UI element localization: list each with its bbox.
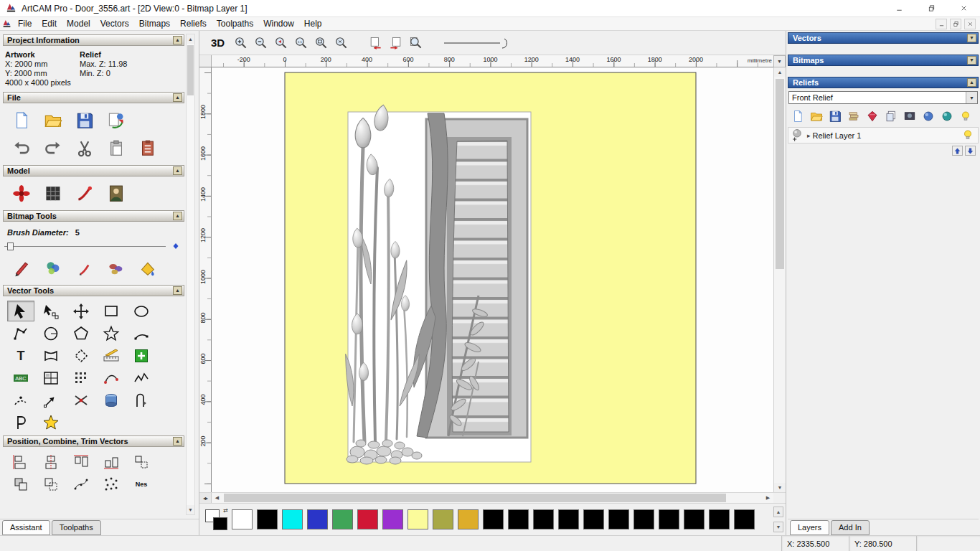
page-right-icon[interactable] xyxy=(386,34,405,52)
menu-reliefs[interactable]: Reliefs xyxy=(175,17,212,30)
combine-boxes-icon[interactable] xyxy=(7,474,34,494)
scrollbar-thumb[interactable] xyxy=(224,494,726,502)
flood-fill-icon[interactable] xyxy=(135,256,161,280)
relief-open-icon[interactable] xyxy=(808,108,825,124)
tab-assistant[interactable]: Assistant xyxy=(2,520,50,535)
secondary-color-swatch[interactable] xyxy=(213,517,227,530)
draw-pencil-icon[interactable] xyxy=(72,256,98,280)
menu-edit[interactable]: Edit xyxy=(37,17,62,30)
color-swatch[interactable] xyxy=(332,509,353,529)
cut-icon[interactable] xyxy=(72,136,98,160)
color-swatch[interactable] xyxy=(458,509,479,529)
set-model-size-icon[interactable] xyxy=(9,182,34,205)
zoom-selected-icon[interactable] xyxy=(331,34,350,52)
chevron-down-icon[interactable]: ▼ xyxy=(966,92,977,103)
transform-vectors-icon[interactable] xyxy=(67,301,95,321)
horizontal-scrollbar[interactable]: ◀ ▶ xyxy=(212,493,773,503)
create-star-outline-icon[interactable] xyxy=(98,323,125,344)
triangle-right-icon[interactable]: ▸ xyxy=(807,132,811,139)
pane-splitter[interactable]: ◂▸ xyxy=(199,493,212,503)
menu-vectors[interactable]: Vectors xyxy=(95,17,134,30)
sculpting-icon[interactable] xyxy=(72,182,98,205)
create-star-icon[interactable] xyxy=(37,412,65,433)
palette-up-icon[interactable]: ▲ xyxy=(773,507,783,517)
paint-selective-icon[interactable] xyxy=(103,256,129,280)
color-swatch[interactable] xyxy=(659,509,679,529)
text-on-curve-icon[interactable]: ABC xyxy=(7,367,34,388)
paint-brush-icon[interactable] xyxy=(9,256,34,280)
relief-layer-row[interactable]: ▸ Relief Layer 1 xyxy=(788,127,979,143)
relief-sphere-icon[interactable] xyxy=(920,108,937,124)
collapse-section-button[interactable]: ▲ xyxy=(173,437,182,446)
nesting-icon[interactable]: Nes xyxy=(128,474,155,494)
freehand-draw-icon[interactable] xyxy=(128,367,155,388)
collapse-section-button[interactable]: ▲ xyxy=(173,166,182,175)
color-swatch[interactable] xyxy=(709,509,730,529)
extrude-icon[interactable] xyxy=(98,390,125,410)
collapse-section-button[interactable]: ▲ xyxy=(173,212,182,220)
snap-diamond-icon[interactable] xyxy=(67,345,95,366)
color-swatch[interactable] xyxy=(734,509,755,529)
arc-fit-icon[interactable] xyxy=(7,390,34,410)
layer-ball-icon[interactable] xyxy=(791,128,805,143)
door-artwork[interactable] xyxy=(212,67,773,492)
scroll-down-icon[interactable]: ▼ xyxy=(187,505,194,514)
zoom-in-icon[interactable] xyxy=(231,34,250,52)
bezier-edit-icon[interactable] xyxy=(98,367,125,388)
record-macro-icon[interactable] xyxy=(135,136,161,160)
align-left-boxes-icon[interactable] xyxy=(7,451,34,472)
viewport[interactable] xyxy=(212,67,773,492)
scrollbar-thumb[interactable] xyxy=(187,45,194,95)
create-rectangle-icon[interactable] xyxy=(98,301,125,321)
maximize-button[interactable] xyxy=(915,0,948,17)
mdi-minimize-button[interactable] xyxy=(936,19,947,29)
menu-file[interactable]: File xyxy=(13,17,37,30)
zoom-page-icon[interactable] xyxy=(406,34,425,52)
node-arrow-icon[interactable] xyxy=(37,390,65,410)
move-layer-down-button[interactable] xyxy=(965,146,976,156)
scrollbar-thumb[interactable] xyxy=(776,79,784,269)
import-model-icon[interactable] xyxy=(103,108,129,132)
relief-save-icon[interactable] xyxy=(826,108,844,124)
color-swatch[interactable] xyxy=(633,509,654,529)
select-vectors-icon[interactable] xyxy=(7,301,34,321)
color-swatch[interactable] xyxy=(508,509,529,529)
view-3d-button[interactable]: 3D xyxy=(207,35,229,50)
menu-window[interactable]: Window xyxy=(258,17,299,30)
color-swatch[interactable] xyxy=(558,509,579,529)
align-top-boxes-icon[interactable] xyxy=(67,451,95,472)
collapse-section-button[interactable]: ▲ xyxy=(967,78,976,87)
create-circle-icon[interactable] xyxy=(37,323,65,344)
relief-gem-icon[interactable] xyxy=(864,108,881,124)
trim-vectors-icon[interactable] xyxy=(67,390,95,410)
color-swatch[interactable] xyxy=(357,509,378,529)
collapse-section-button[interactable]: ▲ xyxy=(173,93,182,102)
swap-colors-icon[interactable]: ⇄ xyxy=(223,507,228,514)
collapse-section-button[interactable]: ▲ xyxy=(173,286,182,295)
create-polygon-icon[interactable] xyxy=(67,323,95,344)
tab-toolpaths[interactable]: Toolpaths xyxy=(52,520,101,535)
color-swatch[interactable] xyxy=(282,509,303,529)
node-editing-icon[interactable] xyxy=(37,301,65,321)
expand-section-button[interactable]: ▼ xyxy=(967,34,976,42)
redo-icon[interactable] xyxy=(40,136,66,160)
mdi-close-button[interactable] xyxy=(964,19,976,29)
align-center-boxes-icon[interactable] xyxy=(37,451,65,472)
palette-down-icon[interactable]: ▼ xyxy=(773,522,783,532)
subtract-boxes-icon[interactable] xyxy=(37,474,65,494)
adjust-model-icon[interactable] xyxy=(40,182,66,205)
tab-add-in[interactable]: Add In xyxy=(831,520,870,535)
scroll-right-icon[interactable]: ▶ xyxy=(763,493,773,503)
envelope-distort-icon[interactable] xyxy=(37,345,65,366)
vertical-scrollbar[interactable]: ▲ ▼ xyxy=(773,67,786,492)
scroll-up-icon[interactable]: ▲ xyxy=(187,34,194,44)
menu-bitmaps[interactable]: Bitmaps xyxy=(134,17,175,30)
color-swatch[interactable] xyxy=(533,509,554,529)
menu-toolpaths[interactable]: Toolpaths xyxy=(212,17,258,30)
assistant-scrollbar[interactable]: ▲ ▼ xyxy=(186,34,195,515)
scatter-dots-icon[interactable] xyxy=(98,474,125,494)
create-polyline-icon[interactable] xyxy=(7,323,34,344)
scroll-up-icon[interactable]: ▲ xyxy=(774,67,786,77)
page-left-icon[interactable] xyxy=(366,34,385,52)
zoom-out-icon[interactable] xyxy=(251,34,270,52)
